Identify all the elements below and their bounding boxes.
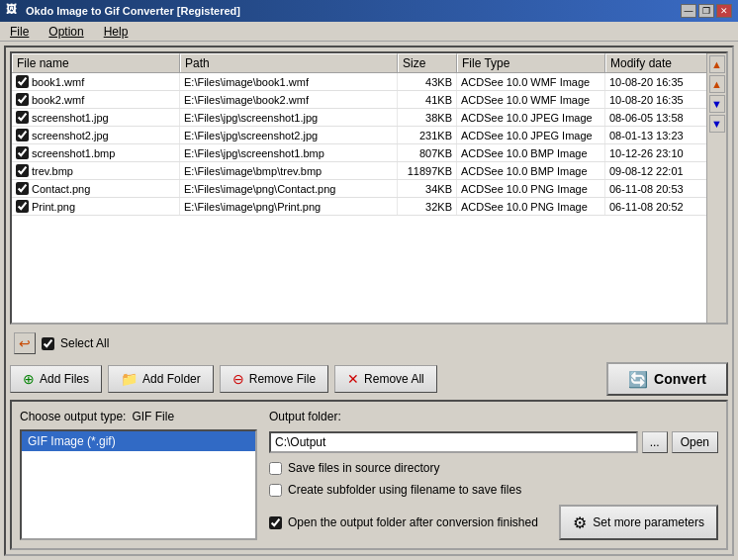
convert-button[interactable]: 🔄 Convert — [606, 362, 728, 396]
add-folder-icon: 📁 — [121, 371, 138, 387]
restore-button[interactable]: ❐ — [698, 4, 714, 18]
add-files-button[interactable]: ⊕ Add Files — [10, 365, 102, 393]
minimize-button[interactable]: — — [681, 4, 696, 18]
remove-all-button[interactable]: ✕ Remove All — [334, 365, 437, 393]
scroll-up-button[interactable]: ▲ — [709, 75, 725, 93]
output-folder-panel: Output folder: ... Open Save files in so… — [269, 410, 718, 540]
output-folder-input[interactable] — [269, 431, 638, 453]
cell-name-7: Print.png — [12, 198, 180, 215]
cell-path-1: E:\Files\image\book2.wmf — [180, 91, 398, 108]
row-checkbox-1[interactable] — [16, 93, 29, 106]
row-filename-1: book2.wmf — [32, 94, 84, 106]
add-files-label: Add Files — [40, 372, 89, 386]
row-filename-4: screenshot1.bmp — [32, 147, 115, 159]
remove-file-button[interactable]: ⊖ Remove File — [220, 365, 328, 393]
row-checkbox-2[interactable] — [16, 111, 29, 124]
row-checkbox-7[interactable] — [16, 200, 29, 213]
menu-option[interactable]: Option — [45, 24, 87, 40]
output-type-panel: Choose output type: GIF File GIF Image (… — [20, 410, 257, 540]
create-subfolder-row: Create subfolder using filename to save … — [269, 483, 718, 497]
app-title: Okdo Image to Gif Converter [Registered] — [26, 5, 240, 17]
open-after-label: Open the output folder after conversion … — [288, 515, 538, 529]
output-type-current: GIF File — [132, 410, 174, 423]
gear-icon: ⚙ — [573, 513, 587, 532]
convert-label: Convert — [654, 371, 706, 387]
table-row: screenshot1.jpg E:\Files\jpg\screenshot1… — [12, 109, 706, 127]
row-filename-6: Contact.png — [32, 183, 90, 195]
table-header: File name Path Size File Type Modify dat… — [12, 53, 706, 73]
cell-name-6: Contact.png — [12, 180, 180, 197]
col-header-type: File Type — [457, 53, 605, 72]
row-filename-7: Print.png — [32, 201, 75, 213]
cell-size-6: 34KB — [398, 180, 457, 197]
select-all-checkbox[interactable] — [42, 337, 54, 350]
remove-all-icon: ✕ — [347, 371, 359, 387]
cell-type-3: ACDSee 10.0 JPEG Image — [457, 127, 605, 143]
cell-type-1: ACDSee 10.0 WMF Image — [457, 91, 605, 108]
cell-path-3: E:\Files\jpg\screenshot2.jpg — [180, 127, 398, 143]
select-all-row: ↩ Select All — [10, 328, 728, 358]
remove-file-label: Remove File — [249, 372, 316, 386]
cell-type-2: ACDSee 10.0 JPEG Image — [457, 109, 605, 126]
col-header-date: Modify date — [605, 53, 706, 72]
cell-date-0: 10-08-20 16:35 — [605, 73, 706, 90]
save-in-source-row: Save files in source directory — [269, 461, 718, 475]
cell-date-6: 06-11-08 20:53 — [605, 180, 706, 197]
table-row: book2.wmf E:\Files\image\book2.wmf 41KB … — [12, 91, 706, 109]
save-in-source-label: Save files in source directory — [288, 461, 439, 475]
col-header-name: File name — [12, 53, 180, 72]
cell-type-4: ACDSee 10.0 BMP Image — [457, 144, 605, 161]
file-table-container: File name Path Size File Type Modify dat… — [10, 51, 728, 325]
row-filename-2: screenshot1.jpg — [32, 112, 109, 124]
cell-path-2: E:\Files\jpg\screenshot1.jpg — [180, 109, 398, 126]
cell-date-3: 08-01-13 13:23 — [605, 127, 706, 143]
create-subfolder-checkbox[interactable] — [269, 484, 282, 497]
cell-size-1: 41KB — [398, 91, 457, 108]
cell-name-2: screenshot1.jpg — [12, 109, 180, 126]
remove-all-label: Remove All — [364, 372, 424, 386]
row-checkbox-0[interactable] — [16, 75, 29, 88]
set-more-params-button[interactable]: ⚙ Set more parameters — [559, 505, 718, 540]
menu-file[interactable]: File — [6, 24, 33, 40]
output-type-list[interactable]: GIF Image (*.gif) — [20, 429, 257, 540]
output-type-gif[interactable]: GIF Image (*.gif) — [22, 431, 255, 451]
save-in-source-checkbox[interactable] — [269, 462, 282, 475]
cell-size-7: 32KB — [398, 198, 457, 215]
row-checkbox-4[interactable] — [16, 146, 29, 159]
open-after-row: Open the output folder after conversion … — [269, 515, 538, 529]
table-body: book1.wmf E:\Files\image\book1.wmf 43KB … — [12, 73, 706, 323]
row-checkbox-3[interactable] — [16, 129, 29, 141]
back-button[interactable]: ↩ — [14, 332, 36, 354]
convert-icon: 🔄 — [628, 370, 648, 389]
select-all-label: Select All — [60, 336, 109, 350]
inner-panel: File name Path Size File Type Modify dat… — [4, 46, 734, 556]
bottom-panel: Choose output type: GIF File GIF Image (… — [10, 400, 728, 550]
cell-name-3: screenshot2.jpg — [12, 127, 180, 143]
output-folder-row: ... Open — [269, 431, 718, 453]
row-filename-3: screenshot2.jpg — [32, 130, 109, 141]
row-checkbox-6[interactable] — [16, 182, 29, 195]
menu-help[interactable]: Help — [100, 24, 133, 40]
scroll-bottom-button[interactable]: ▼ — [709, 115, 725, 133]
row-checkbox-5[interactable] — [16, 164, 29, 177]
browse-button[interactable]: ... — [642, 431, 668, 453]
table-row: book1.wmf E:\Files\image\book1.wmf 43KB … — [12, 73, 706, 91]
open-button[interactable]: Open — [672, 431, 718, 453]
cell-size-2: 38KB — [398, 109, 457, 126]
open-after-checkbox[interactable] — [269, 516, 282, 529]
row-filename-0: book1.wmf — [32, 76, 84, 88]
add-folder-button[interactable]: 📁 Add Folder — [108, 365, 214, 393]
close-button[interactable]: ✕ — [716, 4, 732, 18]
scroll-down-button[interactable]: ▼ — [709, 95, 725, 113]
set-more-params-label: Set more parameters — [593, 515, 704, 529]
add-files-icon: ⊕ — [23, 371, 35, 387]
cell-name-5: trev.bmp — [12, 162, 180, 179]
cell-type-5: ACDSee 10.0 BMP Image — [457, 162, 605, 179]
cell-type-7: ACDSee 10.0 PNG Image — [457, 198, 605, 215]
cell-path-4: E:\Files\jpg\screenshot1.bmp — [180, 144, 398, 161]
cell-date-1: 10-08-20 16:35 — [605, 91, 706, 108]
table-row: screenshot2.jpg E:\Files\jpg\screenshot2… — [12, 127, 706, 144]
scroll-top-button[interactable]: ▲ — [709, 55, 725, 73]
cell-path-0: E:\Files\image\book1.wmf — [180, 73, 398, 90]
table-row: Contact.png E:\Files\image\png\Contact.p… — [12, 180, 706, 198]
